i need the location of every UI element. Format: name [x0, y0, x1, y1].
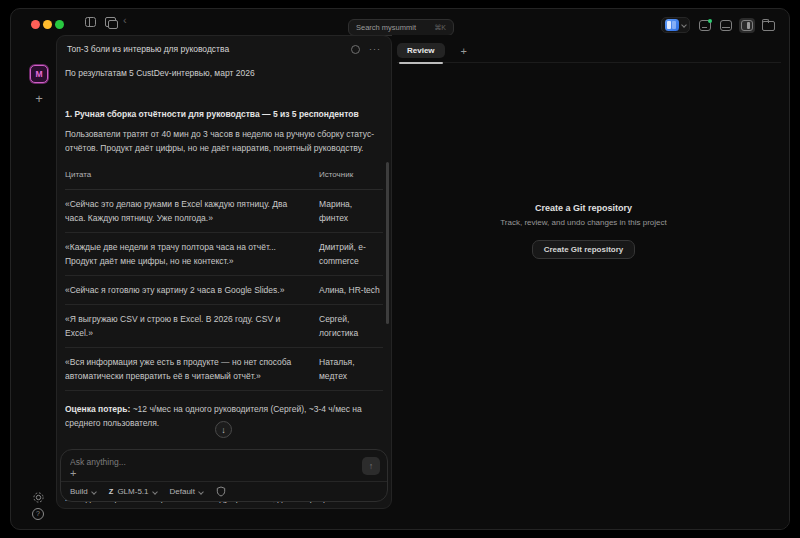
- tab-review[interactable]: Review: [397, 43, 445, 58]
- tab-strip: Review +: [397, 39, 781, 63]
- windows-overview-icon[interactable]: [105, 17, 116, 27]
- chevron-down-icon: [91, 489, 97, 495]
- sync-status-icon[interactable]: [351, 45, 360, 54]
- workspace-switcher[interactable]: [661, 17, 690, 33]
- quote-cell: «Каждые две недели я трачу полтора часа …: [65, 233, 319, 276]
- new-chat-button[interactable]: +: [32, 92, 46, 106]
- panel-right-toggle[interactable]: [739, 18, 755, 33]
- z-ai-logo-icon: Z: [109, 487, 114, 496]
- review-panel: Review + Create a Git repository Track, …: [392, 35, 789, 529]
- chat-input-box: + ↑ Build Z GLM-5.1 Default: [60, 449, 388, 502]
- chat-input[interactable]: [70, 456, 353, 468]
- create-git-repository-button[interactable]: Create Git repository: [532, 240, 636, 259]
- panel-right-icon: [741, 20, 753, 31]
- safety-shield-icon[interactable]: [216, 486, 226, 497]
- doc-scrollbar[interactable]: [386, 162, 389, 324]
- col-header-source: Источник: [319, 168, 383, 190]
- doc-subtitle: По результатам 5 CustDev-интервью, март …: [65, 66, 383, 80]
- search-shortcut: ⌘K: [434, 24, 446, 32]
- preset-label: Default: [170, 487, 195, 496]
- document-title: Топ-3 боли из интервью для руководства: [67, 44, 351, 54]
- section1-heading: 1. Ручная сборка отчётности для руководс…: [65, 107, 383, 121]
- send-button[interactable]: ↑: [362, 457, 380, 475]
- source-cell: Марина, финтех: [319, 190, 383, 233]
- settings-gear-icon[interactable]: [32, 490, 45, 503]
- table-row: «Сейчас я готовлю эту картину 2 часа в G…: [65, 276, 383, 305]
- workspace-icon: [665, 19, 679, 31]
- project-avatar[interactable]: M: [30, 65, 48, 83]
- document-titlebar: Топ-3 боли из интервью для руководства ·…: [57, 36, 391, 62]
- source-cell: Алина, HR-tech: [319, 276, 383, 305]
- more-menu-icon[interactable]: ···: [369, 46, 381, 52]
- document-panel: Топ-3 боли из интервью для руководства ·…: [56, 35, 392, 509]
- add-tab-button[interactable]: +: [461, 45, 467, 57]
- quotes-table-1: Цитата Источник «Сейчас это делаю руками…: [65, 168, 383, 391]
- titlebar-actions: [661, 17, 775, 33]
- preset-selector[interactable]: Default: [170, 487, 203, 496]
- quote-cell: «Сейчас я готовлю эту картину 2 часа в G…: [65, 276, 319, 305]
- chevron-down-icon: [152, 489, 158, 495]
- chevron-down-icon: [681, 22, 687, 28]
- quote-cell: «Вся информация уже есть в продукте — но…: [65, 348, 319, 391]
- help-icon[interactable]: ?: [32, 508, 44, 520]
- git-empty-title: Create a Git repository: [392, 203, 775, 213]
- source-cell: Дмитрий, e-commerce: [319, 233, 383, 276]
- traffic-minimize-button[interactable]: [43, 20, 52, 29]
- folder-icon[interactable]: [762, 21, 775, 31]
- quote-cell: «Я выгружаю CSV и строю в Excel. В 2026 …: [65, 305, 319, 348]
- scroll-to-bottom-button[interactable]: ↓: [215, 421, 232, 438]
- back-chevron-icon[interactable]: ‹: [123, 14, 127, 26]
- app-window: ‹ Search mysummit ⌘K M + ?: [10, 8, 790, 530]
- table-row: «Вся информация уже есть в продукте — но…: [65, 348, 383, 391]
- chat-toolbar: Build Z GLM-5.1 Default: [70, 482, 378, 501]
- table-row: «Сейчас это делаю руками в Excel каждую …: [65, 190, 383, 233]
- table-row: «Каждые две недели я трачу полтора часа …: [65, 233, 383, 276]
- source-cell: Сергей, логистика: [319, 305, 383, 348]
- traffic-zoom-button[interactable]: [55, 20, 64, 29]
- search-input[interactable]: Search mysummit ⌘K: [348, 19, 454, 36]
- table-header-row: Цитата Источник: [65, 168, 383, 190]
- left-rail: M + ?: [11, 35, 56, 529]
- model-selector[interactable]: Z GLM-5.1: [109, 487, 157, 496]
- quote-cell: «Сейчас это делаю руками в Excel каждую …: [65, 190, 319, 233]
- search-placeholder: Search mysummit: [356, 23, 434, 32]
- section1-body: Пользователи тратят от 40 мин до 3 часов…: [65, 127, 383, 155]
- table-row: «Я выгружаю CSV и строю в Excel. В 2026 …: [65, 305, 383, 348]
- git-empty-state: Create a Git repository Track, review, a…: [392, 203, 775, 259]
- loss-label: Оценка потерь:: [65, 404, 130, 414]
- git-empty-subtitle: Track, review, and undo changes in this …: [392, 218, 775, 227]
- attach-plus-button[interactable]: +: [70, 467, 76, 479]
- mode-label: Build: [70, 487, 88, 496]
- toggle-sidebar-icon[interactable]: [85, 17, 96, 27]
- panel-bottom-icon[interactable]: [720, 20, 732, 31]
- terminal-icon[interactable]: [699, 20, 711, 31]
- col-header-quote: Цитата: [65, 168, 319, 190]
- source-cell: Наталья, медтех: [319, 348, 383, 391]
- traffic-close-button[interactable]: [31, 20, 40, 29]
- titlebar: ‹ Search mysummit ⌘K: [11, 9, 789, 35]
- mode-selector[interactable]: Build: [70, 487, 96, 496]
- chevron-down-icon: [198, 489, 204, 495]
- model-label: GLM-5.1: [117, 487, 148, 496]
